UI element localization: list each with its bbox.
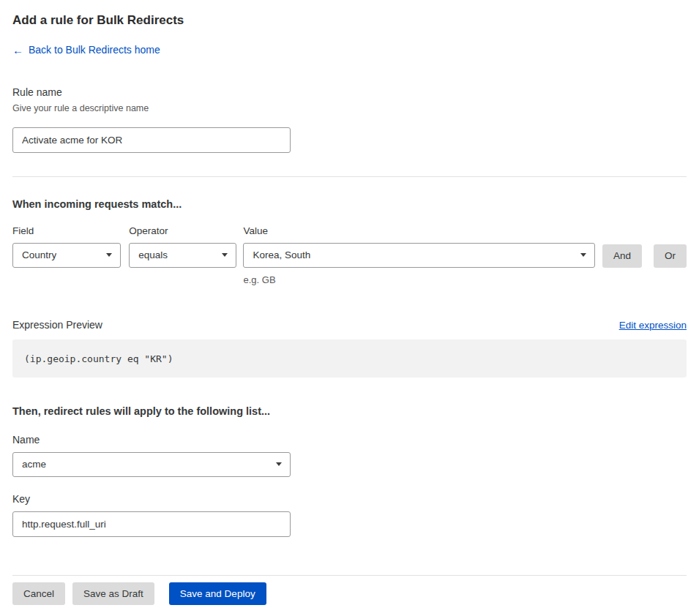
rule-name-input[interactable] <box>12 127 291 153</box>
value-hint: e.g. GB <box>243 274 595 285</box>
list-name-section: Name acme <box>12 434 687 477</box>
value-column: Value Korea, South e.g. GB <box>243 225 595 285</box>
or-button[interactable]: Or <box>654 244 687 268</box>
page-title: Add a rule for Bulk Redirects <box>12 13 687 28</box>
field-label: Field <box>12 225 121 236</box>
list-key-label: Key <box>12 493 687 505</box>
bulk-redirects-rule-page: Add a rule for Bulk Redirects ← Back to … <box>0 0 699 605</box>
expression-code: (ip.geoip.country eq "KR") <box>24 353 173 364</box>
back-arrow-icon: ← <box>12 45 23 56</box>
rule-name-label: Rule name <box>12 86 687 98</box>
divider <box>12 176 687 177</box>
save-and-deploy-button[interactable]: Save and Deploy <box>169 582 266 605</box>
cancel-button[interactable]: Cancel <box>12 582 65 605</box>
list-name-select-value: acme <box>22 459 46 470</box>
field-column: Field Country <box>12 225 121 268</box>
rule-name-section: Rule name Give your rule a descriptive n… <box>12 86 687 153</box>
operator-column: Operator equals <box>129 225 236 268</box>
chevron-down-icon <box>580 253 586 257</box>
list-key-input[interactable] <box>12 511 291 537</box>
list-key-section: Key <box>12 493 687 537</box>
field-select-value: Country <box>22 249 56 260</box>
expression-code-box: (ip.geoip.country eq "KR") <box>12 339 687 378</box>
chevron-down-icon <box>106 253 112 257</box>
operator-select-value: equals <box>138 249 168 260</box>
edit-expression-link[interactable]: Edit expression <box>619 320 687 331</box>
expression-preview-label: Expression Preview <box>12 319 102 331</box>
value-select[interactable]: Korea, South <box>243 243 595 268</box>
chevron-down-icon <box>276 462 282 466</box>
save-as-draft-button[interactable]: Save as Draft <box>72 582 154 605</box>
and-button[interactable]: And <box>602 244 642 268</box>
operator-label: Operator <box>129 225 236 236</box>
match-condition-row: Field Country Operator equals Value Kore… <box>12 225 687 285</box>
back-link[interactable]: ← Back to Bulk Redirects home <box>12 44 160 56</box>
rule-name-help: Give your rule a descriptive name <box>12 103 687 113</box>
divider <box>12 575 687 576</box>
field-select[interactable]: Country <box>12 243 121 268</box>
value-select-value: Korea, South <box>253 249 310 260</box>
match-section-heading: When incoming requests match... <box>12 198 687 210</box>
back-link-label: Back to Bulk Redirects home <box>29 44 160 56</box>
list-name-select[interactable]: acme <box>12 452 291 477</box>
operator-select[interactable]: equals <box>129 243 236 268</box>
value-label: Value <box>243 225 595 236</box>
form-actions: Cancel Save as Draft Save and Deploy <box>12 582 687 605</box>
list-name-label: Name <box>12 434 687 446</box>
redirect-list-heading: Then, redirect rules will apply to the f… <box>12 405 687 417</box>
expression-preview-header: Expression Preview Edit expression <box>12 319 687 331</box>
chevron-down-icon <box>222 253 228 257</box>
